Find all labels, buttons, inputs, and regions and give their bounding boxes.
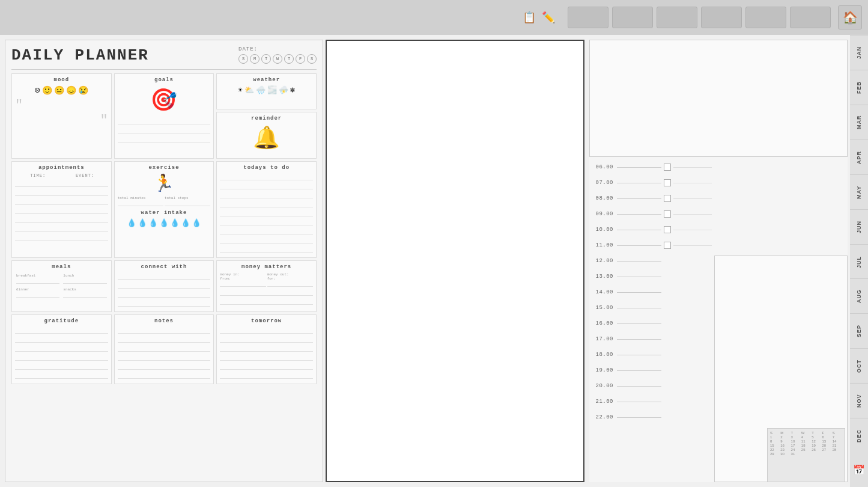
month-feb[interactable]: FEB <box>850 70 868 105</box>
breakfast-cell: breakfast <box>15 272 61 285</box>
month-dec[interactable]: DEC <box>850 418 868 453</box>
water-title: water intake <box>118 210 211 216</box>
reminder-section: reminder 🔔 <box>216 112 317 159</box>
mc-29: 29 <box>770 452 780 456</box>
dinner-cell: dinner <box>15 286 61 299</box>
connect-title: connect with <box>118 264 211 270</box>
mood-section: mood ☹️ 🙂 😐 😞 😢 " " <box>11 73 112 159</box>
dinner-line <box>16 292 59 298</box>
month-jun[interactable]: JUN <box>850 209 868 244</box>
checkbox-6[interactable] <box>664 242 671 249</box>
month-sidebar: JAN FEB MAR APR MAY JUN JUL AUG SEP OCT … <box>850 35 868 487</box>
tom-line-3 <box>220 345 313 352</box>
gratitude-section: gratitude <box>11 314 112 384</box>
toolbar-btn-2[interactable] <box>612 7 653 28</box>
month-apr[interactable]: APR <box>850 139 868 174</box>
mc-18: 18 <box>801 444 811 447</box>
from-label: from: <box>220 277 266 281</box>
notes-line-6 <box>118 372 211 379</box>
mc-3: 3 <box>791 435 801 439</box>
check-row-3 <box>664 191 712 206</box>
meals-section: meals breakfast lunch dinner <box>11 260 112 312</box>
drop-1: 💧 <box>127 218 136 228</box>
exercise-icon: 🏃 <box>118 173 211 194</box>
toolbar-btn-4[interactable] <box>701 7 742 28</box>
weather-reminder-col: weather ☀️ ⛅ 🌧️ 🌫️ ⛈️ ❄️ reminder 🔔 <box>216 73 317 159</box>
time-row-1900: 19.00 <box>589 363 661 378</box>
time-row-2000: 20.00 <box>589 378 661 394</box>
appt-line-4 <box>15 207 108 214</box>
checkbox-4[interactable] <box>664 210 671 218</box>
time-row-1000: 10.00 <box>589 222 661 237</box>
month-oct[interactable]: OCT <box>850 348 868 383</box>
time-row-0600: 06.00 <box>589 159 661 175</box>
todo-line-1 <box>220 173 313 180</box>
check-line-6 <box>673 245 712 246</box>
checkbox-1[interactable] <box>664 164 671 171</box>
month-jul[interactable]: JUL <box>850 244 868 279</box>
time-label-1300: 13.00 <box>589 274 613 280</box>
check-row-2 <box>664 175 712 191</box>
tom-line-5 <box>220 363 313 370</box>
month-may[interactable]: MAY <box>850 174 868 209</box>
toolbar-btn-5[interactable] <box>745 7 786 28</box>
main-content: DAILY PLANNER DATE: S M T W T F S mood <box>0 35 850 487</box>
notes-line-1 <box>118 326 211 334</box>
time-row-0700: 07.00 <box>589 175 661 191</box>
total-minutes-label: total minutes <box>118 196 163 206</box>
toolbar-btn-6[interactable] <box>790 7 831 28</box>
for-label: for: <box>267 277 313 281</box>
month-nov[interactable]: NOV <box>850 383 868 418</box>
toolbar-btn-1[interactable] <box>568 7 609 28</box>
time-label-2000: 20.00 <box>589 383 613 389</box>
time-row-0800: 08.00 <box>589 191 661 206</box>
date-section: DATE: S M T W T F S <box>238 46 317 64</box>
todo-title: todays to do <box>220 165 313 171</box>
time-list: 06.00 07.00 08.00 09.00 10.00 <box>589 159 661 482</box>
appt-line-3 <box>15 198 108 205</box>
appt-line-6 <box>15 225 108 232</box>
checkbox-5[interactable] <box>664 226 671 233</box>
mc-30: 30 <box>780 452 790 456</box>
mc-20: 20 <box>822 444 831 447</box>
mc-6: 6 <box>822 435 831 439</box>
day-t2: T <box>284 54 294 64</box>
goals-title: goals <box>118 77 211 83</box>
checkbox-2[interactable] <box>664 179 671 186</box>
calendar-icon[interactable]: 📅 <box>850 453 868 487</box>
todo-section: todays to do <box>216 161 317 258</box>
money-in-label: money in: <box>220 272 266 277</box>
mc-16: 16 <box>780 444 790 447</box>
time-row-2200: 22.00 <box>589 409 661 425</box>
time-row-1400: 14.00 <box>589 284 661 300</box>
toolbar-btn-3[interactable] <box>657 7 697 28</box>
month-mar[interactable]: MAR <box>850 105 868 139</box>
checkbox-3[interactable] <box>664 195 671 202</box>
middle-blank-panel <box>326 40 584 482</box>
check-row-6 <box>664 237 712 253</box>
goals-icon: 🎯 <box>118 85 211 115</box>
time-label-1800: 18.00 <box>589 352 613 358</box>
breakfast-line <box>16 278 59 284</box>
quote-close: " <box>100 113 108 128</box>
time-label-1600: 16.00 <box>589 320 613 326</box>
mc-15: 15 <box>770 444 780 447</box>
time-row-1700: 17.00 <box>589 331 661 347</box>
home-button[interactable]: 🏠 <box>838 5 862 29</box>
goals-line-1 <box>118 117 211 124</box>
mood-icon-3: 😐 <box>54 85 64 96</box>
month-sep[interactable]: SEP <box>850 313 868 348</box>
month-aug[interactable]: AUG <box>850 278 868 313</box>
checklist-section <box>664 159 712 482</box>
grat-line-3 <box>15 345 108 352</box>
money-total-line <box>220 289 313 296</box>
time-row-1800: 18.00 <box>589 347 661 363</box>
edit-icon[interactable]: ✏️ <box>539 8 558 27</box>
weather-icons: ☀️ ⛅ 🌧️ 🌫️ ⛈️ ❄️ <box>220 85 313 95</box>
drop-7: 💧 <box>192 218 201 228</box>
schedule-top-box <box>589 40 848 157</box>
planner-row2: appointments TIME: EVENT: exercise 🏃 <box>11 161 317 258</box>
checklist-icon[interactable]: 📋 <box>520 8 539 27</box>
mc-19: 19 <box>812 444 821 447</box>
month-jan[interactable]: JAN <box>850 35 868 70</box>
